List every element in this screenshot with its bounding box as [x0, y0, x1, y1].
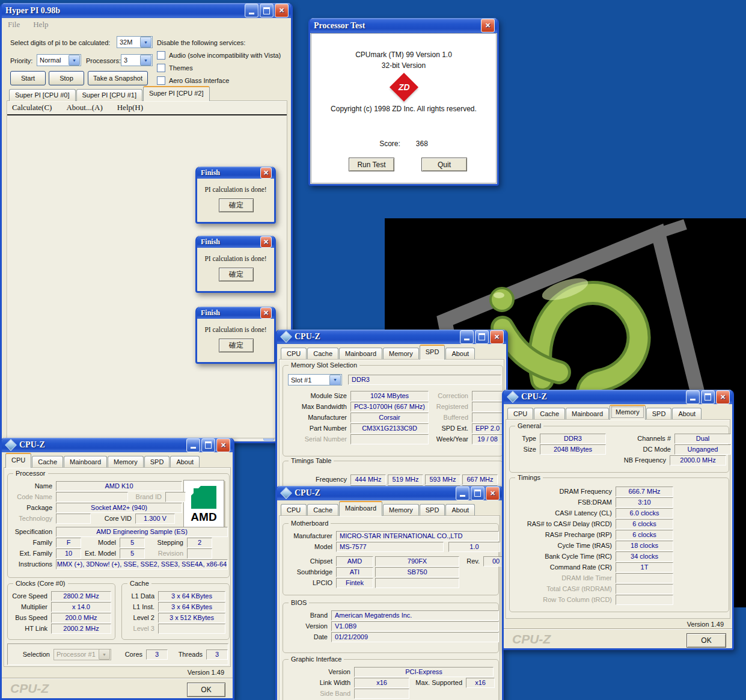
- cpuz-titlebar[interactable]: CPU-Z ✕: [277, 330, 506, 344]
- close-button[interactable]: ✕: [490, 330, 504, 344]
- timing-field: [616, 573, 673, 583]
- bios-brand-label: Brand: [284, 612, 331, 619]
- finish-titlebar[interactable]: Finish ✕: [197, 236, 274, 248]
- gi-version-label: Version: [284, 668, 354, 675]
- tab-spd[interactable]: SPD: [420, 504, 445, 516]
- close-button[interactable]: ✕: [486, 487, 500, 500]
- close-icon: ✕: [279, 7, 284, 14]
- tab-mainboard[interactable]: Mainboard: [566, 408, 609, 420]
- confirm-button[interactable]: 確定: [219, 339, 254, 352]
- processor-group: Processor AMD NameAMD K10 Code NameBrand…: [7, 473, 230, 578]
- chevron-down-icon[interactable]: ▼: [140, 37, 151, 48]
- close-button[interactable]: ✕: [481, 19, 495, 32]
- tab-memory[interactable]: Memory: [108, 456, 144, 468]
- cpuz-titlebar[interactable]: CPU-Z ✕: [504, 390, 732, 404]
- maximize-button[interactable]: [471, 487, 485, 500]
- field-label: SPD Ext.: [429, 425, 472, 432]
- tab-superpi-cpu0[interactable]: Super PI [CPU #0]: [9, 89, 76, 101]
- ok-button[interactable]: OK: [187, 683, 225, 697]
- tab-about[interactable]: About: [170, 456, 200, 468]
- snapshot-button[interactable]: Take a Snapshot: [88, 71, 148, 85]
- close-button[interactable]: ✕: [216, 438, 230, 452]
- tab-about[interactable]: About: [445, 348, 475, 360]
- chevron-down-icon[interactable]: ▼: [69, 55, 80, 66]
- processors-select[interactable]: 3 ▼: [121, 54, 153, 66]
- spd-ext-field: EPP 2.0: [472, 423, 503, 434]
- slot-select[interactable]: Slot #1 ▼: [288, 374, 342, 385]
- finish-titlebar[interactable]: Finish ✕: [197, 307, 274, 319]
- tab-cache[interactable]: Cache: [534, 408, 565, 420]
- confirm-button[interactable]: 確定: [219, 268, 254, 281]
- tab-cache[interactable]: Cache: [307, 348, 338, 360]
- side-band-field: [354, 689, 409, 699]
- type-label: Type: [511, 435, 540, 442]
- menu-help[interactable]: Help: [33, 20, 48, 29]
- tab-spd[interactable]: SPD: [144, 456, 170, 468]
- minimize-button[interactable]: [456, 487, 469, 500]
- chevron-down-icon[interactable]: ▼: [329, 375, 341, 385]
- tab-cache[interactable]: Cache: [307, 504, 338, 516]
- timing-label: RAS# Precharge (tRP): [511, 531, 616, 538]
- minimize-button[interactable]: [460, 330, 474, 344]
- tab-mainboard[interactable]: Mainboard: [339, 501, 382, 516]
- minimize-button[interactable]: [186, 438, 200, 452]
- close-button[interactable]: ✕: [260, 236, 272, 248]
- priority-select[interactable]: Normal ▼: [37, 54, 81, 66]
- finish-titlebar[interactable]: Finish ✕: [197, 167, 274, 179]
- cpuz-titlebar[interactable]: CPU-Z ✕: [2, 438, 233, 452]
- maximize-button[interactable]: [260, 4, 274, 17]
- menu-help2[interactable]: Help(H): [117, 103, 143, 112]
- chevron-down-icon[interactable]: ▼: [140, 55, 151, 66]
- timing-label: DRAM Idle Timer: [511, 574, 616, 582]
- hyperpi-titlebar[interactable]: Hyper PI 0.98b ✕: [2, 3, 291, 18]
- tab-cpu[interactable]: CPU: [5, 453, 31, 468]
- menu-about[interactable]: About...(A): [66, 103, 102, 112]
- tab-cpu[interactable]: CPU: [507, 408, 533, 420]
- maximize-button[interactable]: [475, 330, 489, 344]
- tab-superpi-cpu1[interactable]: Super PI [CPU #1]: [76, 89, 143, 101]
- close-icon: ✕: [263, 238, 269, 246]
- max-supported-field: x16: [466, 678, 495, 688]
- timings-legend: Timings: [515, 474, 543, 481]
- threads-label: Threads: [168, 651, 206, 658]
- tab-about[interactable]: About: [672, 408, 702, 420]
- close-button[interactable]: ✕: [716, 390, 730, 404]
- tab-memory[interactable]: Memory: [383, 348, 419, 360]
- run-test-button[interactable]: Run Test: [349, 158, 394, 171]
- slot-value: Slot #1: [291, 376, 311, 384]
- tab-mainboard[interactable]: Mainboard: [64, 456, 107, 468]
- processor-test-titlebar[interactable]: Processor Test ✕: [310, 18, 497, 33]
- aero-checkbox[interactable]: [157, 76, 165, 85]
- tab-mainboard[interactable]: Mainboard: [339, 348, 382, 360]
- tab-about[interactable]: About: [445, 504, 475, 516]
- audio-checkbox[interactable]: [157, 51, 165, 60]
- maximize-button[interactable]: [201, 438, 215, 452]
- maximize-button[interactable]: [701, 390, 715, 404]
- close-button[interactable]: ✕: [260, 307, 272, 319]
- stop-button[interactable]: Stop: [49, 71, 84, 85]
- start-button[interactable]: Start: [10, 71, 46, 85]
- channels-field: Dual: [674, 434, 731, 444]
- close-button[interactable]: ✕: [275, 4, 289, 17]
- tab-spd[interactable]: SPD: [646, 408, 672, 420]
- tab-cpu[interactable]: CPU: [281, 504, 307, 516]
- ok-button[interactable]: OK: [686, 633, 726, 648]
- menu-file[interactable]: File: [8, 20, 20, 29]
- tab-memory[interactable]: Memory: [383, 504, 419, 516]
- confirm-button[interactable]: 確定: [219, 198, 254, 212]
- quit-button[interactable]: Quit: [421, 158, 467, 171]
- tab-superpi-cpu2[interactable]: Super PI [CPU #2]: [143, 86, 210, 101]
- close-button[interactable]: ✕: [260, 167, 272, 179]
- tab-cache[interactable]: Cache: [32, 456, 63, 468]
- tab-memory[interactable]: Memory: [610, 405, 646, 420]
- chipset-model-field: 790FX: [375, 556, 459, 566]
- tab-cpu[interactable]: CPU: [281, 348, 307, 360]
- tab-spd[interactable]: SPD: [420, 345, 445, 360]
- themes-checkbox[interactable]: [157, 64, 165, 72]
- digits-select[interactable]: 32M ▼: [117, 36, 153, 48]
- minimize-button[interactable]: [686, 390, 700, 404]
- menu-calculate[interactable]: Calculate(C): [12, 103, 52, 112]
- services-label: Disable the following services:: [157, 39, 245, 46]
- minimize-button[interactable]: [245, 4, 258, 17]
- cpuz-titlebar[interactable]: CPU-Z ✕: [277, 486, 502, 500]
